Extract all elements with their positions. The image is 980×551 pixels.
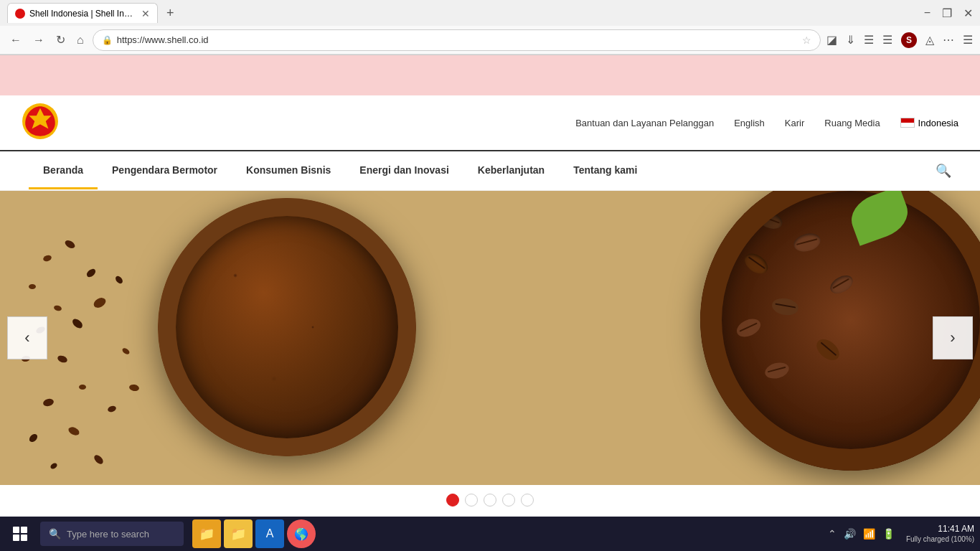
pocket-icon[interactable]: ◪ [826, 33, 837, 47]
carousel-next-button[interactable]: › [933, 316, 973, 359]
tab-close-button[interactable]: ✕ [141, 8, 150, 19]
indonesia-flag-icon [900, 118, 915, 128]
website: Bantuan dan Layanan Pelanggan English Ka… [0, 55, 980, 551]
nav-business[interactable]: Konsumen Bisnis [232, 153, 345, 189]
browser-tabs: Shell Indonesia | Shell Indonesia ✕ + [7, 3, 180, 23]
win-square-tr [21, 527, 27, 533]
volume-icon[interactable]: 🔊 [844, 528, 856, 540]
prev-arrow-icon: ‹ [24, 329, 29, 347]
site-header: Bantuan dan Layanan Pelanggan English Ka… [0, 95, 980, 191]
nav-sustainability[interactable]: Keberlanjutan [463, 153, 559, 189]
taskbar: 🔍 Type here to search 📁 📁 A 🌎 ⌃ 🔊 📶 🔋 11… [0, 517, 980, 551]
start-button[interactable] [6, 519, 34, 548]
win-square-bl [13, 534, 19, 541]
english-link[interactable]: English [734, 118, 765, 128]
tab-favicon [15, 9, 25, 19]
carousel-dot-3[interactable] [484, 494, 496, 507]
coffee-bowl-left [158, 198, 416, 456]
taskbar-right: ⌃ 🔊 📶 🔋 11:41 AM Fully charged (100%) [822, 524, 974, 545]
new-tab-button[interactable]: + [161, 4, 180, 22]
address-bar[interactable]: 🔒 https://www.shell.co.id ☆ [93, 29, 821, 51]
menu-icon[interactable]: ☰ [963, 33, 973, 47]
close-button[interactable]: ✕ [963, 6, 973, 20]
clock-battery: Fully charged (100%) [906, 534, 974, 544]
shell-logo-wrapper [22, 95, 59, 150]
back-button[interactable]: ← [7, 31, 24, 50]
sync-icon[interactable]: ◬ [925, 33, 934, 47]
windows-icon [13, 527, 27, 541]
top-nav-links: Bantuan dan Layanan Pelanggan English Ka… [575, 118, 958, 128]
carousel-dot-1[interactable] [446, 494, 459, 507]
taskbar-search[interactable]: 🔍 Type here to search [40, 522, 184, 546]
browser-titlebar: Shell Indonesia | Shell Indonesia ✕ + − … [0, 0, 980, 26]
hero-image [0, 191, 980, 485]
carousel-dot-5[interactable] [521, 494, 534, 507]
carousel-dot-2[interactable] [465, 494, 478, 507]
browser-toolbar: ← → ↻ ⌂ 🔒 https://www.shell.co.id ☆ ◪ ⇓ … [0, 26, 980, 55]
url-text: https://www.shell.co.id [117, 34, 798, 45]
shell-logo[interactable] [22, 103, 59, 140]
browser-chrome: Shell Indonesia | Shell Indonesia ✕ + − … [0, 0, 980, 55]
taskbar-app-app3[interactable]: A [255, 519, 284, 548]
download-icon[interactable]: ⇓ [846, 33, 855, 47]
nav-beranda[interactable]: Beranda [29, 153, 98, 189]
media-link[interactable]: Ruang Media [824, 118, 880, 128]
network-icon[interactable]: 📶 [863, 528, 875, 540]
bookmark-icon[interactable]: ☆ [802, 34, 811, 46]
extensions-icon[interactable]: ⋯ [943, 33, 954, 47]
carousel-prev-button[interactable]: ‹ [7, 316, 47, 359]
clock-time: 11:41 AM [906, 524, 974, 535]
minimize-button[interactable]: − [924, 6, 930, 19]
taskbar-search-icon: 🔍 [49, 528, 61, 540]
toolbar-icons: ◪ ⇓ ☰ ☰ S ◬ ⋯ ☰ [826, 32, 973, 48]
maximize-button[interactable]: ❐ [942, 6, 952, 20]
nav-about[interactable]: Tentang kami [559, 153, 651, 189]
taskbar-app-firefox[interactable]: 🌎 [287, 519, 316, 548]
nav-menu: Beranda Pengendara Bermotor Konsumen Bis… [29, 151, 951, 190]
security-icon: 🔒 [102, 35, 113, 45]
next-arrow-icon: › [950, 329, 955, 347]
profile-icon[interactable]: S [901, 32, 917, 48]
clock[interactable]: 11:41 AM Fully charged (100%) [906, 524, 974, 545]
tray-chevron-icon[interactable]: ⌃ [828, 528, 837, 540]
carousel-dot-4[interactable] [502, 494, 515, 507]
reload-button[interactable]: ↻ [53, 30, 68, 50]
support-link[interactable]: Bantuan dan Layanan Pelanggan [575, 118, 714, 128]
bookmarks-icon[interactable]: ☰ [864, 33, 874, 47]
career-link[interactable]: Karir [785, 118, 804, 128]
system-tray: ⌃ 🔊 📶 🔋 [822, 528, 900, 540]
taskbar-app-file-manager[interactable]: 📁 [192, 519, 221, 548]
search-button[interactable]: 🔍 [936, 151, 951, 190]
nav-motorist[interactable]: Pengendara Bermotor [98, 153, 232, 189]
taskbar-apps: 📁 📁 A 🌎 [192, 519, 316, 548]
main-nav: Beranda Pengendara Bermotor Konsumen Bis… [0, 150, 980, 190]
carousel-dots [14, 494, 966, 507]
language-selector[interactable]: Indonesia [900, 118, 958, 128]
language-label: Indonesia [918, 118, 958, 128]
battery-icon[interactable]: 🔋 [882, 528, 895, 540]
win-square-br [21, 534, 27, 541]
taskbar-search-text: Type here to search [67, 529, 149, 540]
reader-icon[interactable]: ☰ [882, 33, 892, 47]
window-controls: − ❐ ✕ [924, 6, 973, 20]
browser-tab-active[interactable]: Shell Indonesia | Shell Indonesia ✕ [7, 3, 158, 23]
nav-energy[interactable]: Energi dan Inovasi [345, 153, 463, 189]
site-topbar [0, 55, 980, 95]
hero-carousel: ‹ › [0, 191, 980, 485]
forward-button[interactable]: → [30, 31, 47, 50]
tab-title: Shell Indonesia | Shell Indonesia [29, 9, 137, 19]
taskbar-app-explorer[interactable]: 📁 [224, 519, 253, 548]
home-button[interactable]: ⌂ [74, 31, 87, 50]
win-square-tl [13, 527, 19, 533]
